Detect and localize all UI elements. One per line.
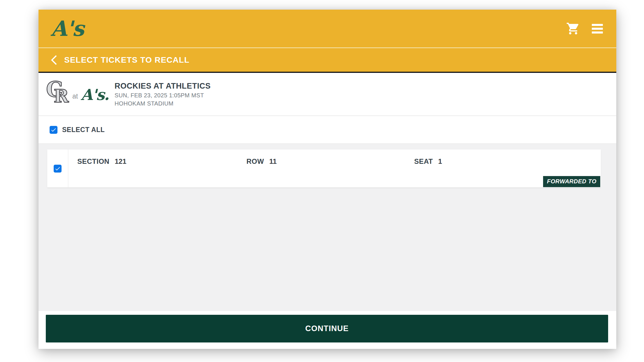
cart-button[interactable] xyxy=(566,22,580,36)
checkmark-icon xyxy=(50,127,57,133)
app-panel: A's SELECT TICKETS TO RECALL C R at xyxy=(38,10,616,349)
checkmark-icon xyxy=(55,166,61,172)
chevron-left-icon xyxy=(50,54,58,66)
event-datetime: SUN, FEB 23, 2025 1:05PM MST xyxy=(115,92,211,99)
back-button[interactable] xyxy=(50,54,58,66)
ticket-seat-column: SEAT 1 xyxy=(414,157,442,166)
athletics-logo[interactable]: A's xyxy=(51,18,83,39)
menu-button[interactable] xyxy=(592,24,603,34)
continue-button[interactable]: CONTINUE xyxy=(46,315,608,342)
footer: CONTINUE xyxy=(38,311,616,349)
event-info: C R at A's. ROCKIES AT ATHLETICS SUN, FE… xyxy=(38,73,616,115)
ticket-checkbox-cell xyxy=(47,150,68,187)
seat-value: 1 xyxy=(438,157,442,166)
ticket-checkbox[interactable] xyxy=(54,165,62,173)
page-title: SELECT TICKETS TO RECALL xyxy=(64,55,190,65)
forwarded-badge: FORWARDED TO xyxy=(543,176,600,187)
ticket-section-column: SECTION 121 xyxy=(77,157,126,166)
rockies-logo-r: R xyxy=(54,87,69,105)
at-label: at xyxy=(72,92,78,100)
page-background: { "header": { "logo_text": "A's" }, "nav… xyxy=(0,0,644,362)
event-text: ROCKIES AT ATHLETICS SUN, FEB 23, 2025 1… xyxy=(115,82,211,107)
ticket-card[interactable]: SECTION 121 ROW 11 SEAT 1 FORWARDED TO xyxy=(47,150,601,187)
rockies-logo: C R xyxy=(46,80,71,109)
row-label: ROW xyxy=(246,157,264,166)
ticket-list: SECTION 121 ROW 11 SEAT 1 FORWARDED TO xyxy=(38,143,616,311)
seat-label: SEAT xyxy=(414,157,433,166)
row-value: 11 xyxy=(269,157,276,166)
section-label: SECTION xyxy=(77,157,109,166)
app-header: A's xyxy=(38,10,616,48)
hamburger-icon xyxy=(592,24,603,34)
select-all-label: SELECT ALL xyxy=(62,126,105,134)
section-value: 121 xyxy=(115,157,126,166)
nav-bar: SELECT TICKETS TO RECALL xyxy=(38,48,616,72)
athletics-small-logo: A's. xyxy=(81,87,109,102)
select-all-checkbox[interactable] xyxy=(50,126,57,134)
ticket-row-column: ROW 11 xyxy=(246,157,277,166)
event-venue: HOHOKAM STADIUM xyxy=(115,100,211,107)
event-title: ROCKIES AT ATHLETICS xyxy=(115,82,211,91)
cart-icon xyxy=(566,22,580,36)
select-all-row: SELECT ALL xyxy=(38,116,616,143)
